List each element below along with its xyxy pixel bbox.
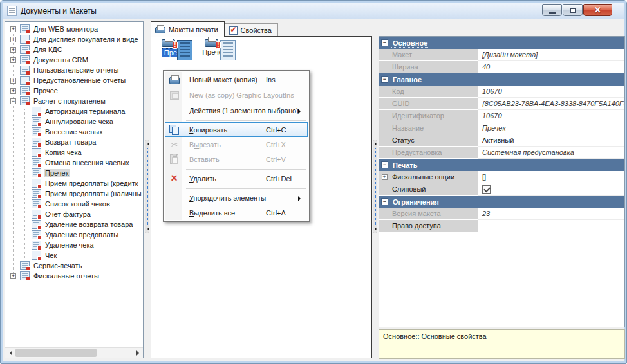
menu-item[interactable]: Вставить Ctrl+V	[165, 152, 308, 167]
menu-item[interactable]	[165, 186, 308, 190]
menu-item[interactable]: New (as copy) Graphic Layout Ins	[165, 87, 308, 103]
property-row[interactable]: − Главное	[379, 73, 624, 86]
scroll-thumb[interactable]	[15, 349, 97, 357]
splitter-collapse-handle[interactable]	[373, 140, 377, 233]
tree-expander-icon[interactable]: +	[10, 47, 16, 53]
property-value[interactable]: Системная предустановка	[478, 147, 624, 159]
tree-item[interactable]: Копия чека	[5, 147, 143, 158]
tree-item[interactable]: Удаление возврата товара	[5, 219, 143, 230]
expand-icon[interactable]: +	[382, 174, 388, 180]
property-row[interactable]: − Основное	[379, 37, 624, 49]
tree-item[interactable]: − Расчет с покупателем	[5, 96, 143, 106]
tree-expander-icon[interactable]: +	[10, 26, 16, 32]
collapse-icon[interactable]: −	[382, 40, 388, 46]
tree-item[interactable]: Возврат товара	[5, 137, 143, 147]
menu-item[interactable]: Выделить все Ctrl+A	[165, 205, 308, 220]
property-row[interactable]: Статус Активный	[379, 134, 624, 147]
property-row[interactable]: Версия макета 23	[379, 208, 624, 220]
tree-hscrollbar[interactable]	[5, 347, 143, 358]
tree-expander-icon[interactable]	[10, 263, 16, 269]
tree-item[interactable]: + Прочее	[5, 86, 143, 96]
property-value[interactable]: 10670	[478, 86, 624, 98]
section-header[interactable]: − Основное	[379, 37, 624, 49]
tree-expander-icon[interactable]: −	[10, 98, 16, 104]
tree-item[interactable]: + Для КДС	[5, 44, 143, 55]
property-row[interactable]: Идентификатор 10670	[379, 110, 624, 122]
tree-item[interactable]: Пречек	[5, 168, 143, 178]
property-value[interactable]: []	[478, 171, 624, 183]
menu-item[interactable]: Действия (1 элементов выбрано)	[165, 103, 308, 118]
property-row[interactable]: − Печать	[379, 159, 624, 171]
scroll-right-button[interactable]	[133, 348, 143, 358]
tree-item[interactable]: Счет-фактура	[5, 209, 143, 219]
property-value[interactable]: Активный	[478, 134, 624, 147]
property-value[interactable]: 23	[478, 208, 624, 220]
property-value[interactable]: 40	[478, 61, 624, 73]
collapse-icon[interactable]: −	[382, 199, 388, 205]
section-header[interactable]: − Печать	[379, 159, 624, 171]
tree-expander-icon[interactable]: +	[10, 57, 16, 63]
property-row[interactable]: Право доступа	[379, 220, 624, 232]
tree-expander-icon[interactable]: +	[10, 37, 16, 42]
tree-item[interactable]: Сервис-печать	[5, 260, 143, 271]
splitter-collapse-handle[interactable]	[145, 140, 149, 233]
properties-splitter[interactable]	[372, 37, 378, 358]
tree-item[interactable]: Отмена внесения чаевых	[5, 158, 143, 168]
tree-item[interactable]: + Фискальные отчеты	[5, 271, 143, 281]
tree-item[interactable]: Прием предоплаты (кредитк	[5, 178, 143, 188]
tree-expander-icon[interactable]: +	[10, 273, 16, 279]
tree-item[interactable]: Список копий чеков	[5, 199, 143, 209]
property-value[interactable]: [Дизайн макета]	[478, 49, 624, 61]
menu-item[interactable]: Новый макет (копия) Ins	[165, 72, 308, 87]
tree-item[interactable]: + Для WEB монитора	[5, 24, 143, 34]
menu-item[interactable]: Вырезать Ctrl+X	[165, 137, 308, 152]
menu-item[interactable]	[165, 167, 308, 171]
property-row[interactable]: Слиповый	[379, 183, 624, 196]
tree-item[interactable]: Аннулирование чека	[5, 116, 143, 127]
collapse-icon[interactable]: −	[382, 77, 388, 82]
minimize-button[interactable]	[542, 4, 562, 16]
tree-item[interactable]: Удаление предоплаты	[5, 230, 143, 240]
property-row[interactable]: Название Пречек	[379, 122, 624, 134]
tree-item[interactable]: Внесение чаевых	[5, 127, 143, 137]
property-value[interactable]	[478, 220, 624, 232]
tree-item[interactable]: Чек	[5, 250, 143, 260]
tree-expander-icon[interactable]: +	[10, 78, 16, 84]
property-row[interactable]: GUID {8C05AB23-78BA-4EA3-8338-8470F5A140…	[379, 98, 624, 110]
tree-item[interactable]: Пользовательские отчеты	[5, 65, 143, 75]
tree-expander-icon[interactable]: +	[10, 88, 16, 94]
property-row[interactable]: Макет [Дизайн макета]	[379, 49, 624, 61]
tree-item[interactable]: + Документы CRM	[5, 55, 143, 65]
menu-item[interactable]	[165, 118, 308, 122]
checkbox[interactable]	[482, 185, 491, 194]
property-value[interactable]: 10670	[478, 110, 624, 122]
menu-item[interactable]: Упорядочить элементы	[165, 190, 308, 205]
property-row[interactable]: Код 10670	[379, 86, 624, 98]
maximize-button[interactable]	[563, 4, 583, 16]
property-row[interactable]: − Ограничения	[379, 196, 624, 208]
tree-item[interactable]: + Для дисплея покупателя и виде	[5, 34, 143, 44]
menu-item[interactable]: Копировать Ctrl+C	[165, 122, 308, 137]
tab-print-layouts[interactable]: Макеты печати	[151, 21, 225, 37]
close-button[interactable]: ✕	[583, 4, 612, 16]
property-row[interactable]: Ширина 40	[379, 61, 624, 73]
titlebar[interactable]: Документы и Макеты ✕	[3, 3, 624, 19]
property-row[interactable]: Предустановка Системная предустановка	[379, 147, 624, 159]
tree-splitter[interactable]	[144, 37, 150, 358]
section-header[interactable]: − Главное	[379, 73, 624, 86]
tree-expander-icon[interactable]	[10, 68, 16, 73]
scroll-left-button[interactable]	[5, 348, 15, 358]
tree-item[interactable]: Удаление чека	[5, 240, 143, 250]
tree-item[interactable]: Авторизация терминала	[5, 106, 143, 116]
tab-properties[interactable]: Свойства	[225, 23, 278, 37]
section-header[interactable]: − Ограничения	[379, 196, 624, 208]
menu-item[interactable]: Удалить Ctrl+Del	[165, 171, 308, 186]
property-value[interactable]: {8C05AB23-78BA-4EA3-8338-8470F5A140F3	[478, 98, 624, 110]
property-row[interactable]: + Фискальные опции []	[379, 171, 624, 183]
tree-item[interactable]: + Предустановленные отчеты	[5, 75, 143, 86]
layout-item-prechek[interactable]: Пречек	[158, 40, 194, 57]
tree-item[interactable]: Прием предоплаты (наличны	[5, 188, 143, 199]
collapse-icon[interactable]: −	[382, 162, 388, 168]
property-value[interactable]: Пречек	[478, 122, 624, 134]
layout-item-prechek-36[interactable]: Пречек 36	[196, 40, 241, 56]
